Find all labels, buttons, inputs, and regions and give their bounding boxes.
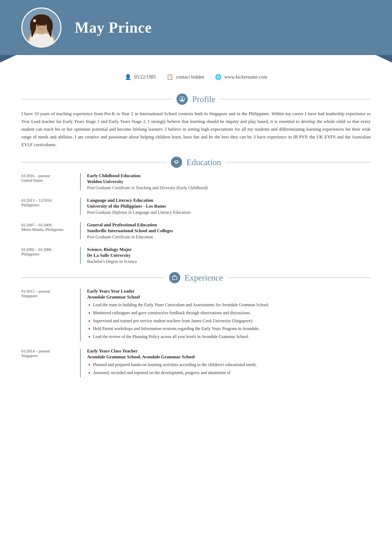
- exp-body-2: Early Years Class Teacher Avondale Gramm…: [80, 348, 371, 377]
- edu-entry-4: 01/2002 – 01/2006 Philippines Science, B…: [21, 247, 371, 264]
- exp-loc-1: Singapore: [21, 294, 75, 298]
- exp-title-2: Early Years Class Teacher: [87, 348, 371, 354]
- edu-date-col-3: 01/2007 – 01/2009 Metro Manila, Philippi…: [21, 222, 80, 239]
- edu-desc-1: Post Graduate Certificate in Teaching an…: [87, 185, 371, 190]
- edu-date-4: 01/2002 – 01/2006: [21, 247, 75, 252]
- avatar: [21, 7, 61, 48]
- exp-line-right: [227, 277, 371, 278]
- edu-entry-1: 01/2016 – present United States Early Ch…: [21, 173, 371, 190]
- edu-body-2: Language and Literacy Education Universi…: [80, 198, 371, 215]
- exp-date-1: 01/2015 – present: [21, 289, 75, 294]
- edu-school-2: University of the Philippines - Los Bano…: [87, 204, 371, 209]
- website-value: www.kickresume.com: [224, 74, 267, 80]
- svg-point-8: [44, 24, 46, 26]
- contact-dob: 👤 05/22/1985: [125, 74, 156, 80]
- profile-text: I have 10 years of teaching experience f…: [21, 110, 371, 149]
- exp-title-1: Early Years Year Leader: [87, 289, 371, 294]
- exp-company-1: Avondale Grammar School: [87, 294, 371, 300]
- edu-loc-2: Philippines: [21, 203, 75, 207]
- edu-line-right: [225, 162, 371, 162]
- experience-entries: 01/2015 – present Singapore Early Years …: [21, 289, 371, 377]
- svg-point-12: [182, 98, 183, 99]
- globe-icon: 🌐: [215, 74, 222, 80]
- edu-entry-2: 01/2013 – 12/2016 Philippines Language a…: [21, 198, 371, 215]
- edu-date-col-1: 01/2016 – present United States: [21, 173, 80, 190]
- exp-date-col-1: 01/2015 – present Singapore: [21, 289, 80, 341]
- edu-degree-2: Language and Literacy Education: [87, 198, 371, 203]
- edu-school-3: Southville International School and Coll…: [87, 228, 371, 234]
- education-entries: 01/2016 – present United States Early Ch…: [21, 173, 371, 264]
- edu-loc-3: Metro Manila, Philippines: [21, 227, 75, 232]
- edu-desc-3: Post Graduate Certificate in Education: [87, 235, 371, 239]
- bullet-item: Assessed, recorded and reported on the d…: [93, 369, 371, 376]
- profile-title: Profile: [192, 94, 215, 104]
- edu-body-3: General and Professional Education South…: [80, 222, 371, 239]
- education-title: Education: [186, 157, 221, 167]
- edu-desc-2: Post Graduate Diploma in Language and Li…: [87, 210, 371, 215]
- profile-icon: [177, 94, 188, 105]
- bullet-item: Planned and prepared hands-on learning a…: [93, 361, 371, 368]
- edu-school-4: De La Salle University: [87, 253, 371, 258]
- phone-icon: 📋: [167, 74, 173, 80]
- contact-row: 👤 05/22/1985 📋 contact hidden 🌐 www.kick…: [0, 66, 392, 86]
- bullet-item: Supervised and trained pre-service stude…: [93, 317, 371, 324]
- banner-main: May Prince: [0, 0, 392, 55]
- bullet-item: Lead the review of the Planning Policy a…: [93, 333, 371, 340]
- edu-date-2: 01/2013 – 12/2016: [21, 198, 75, 203]
- exp-line-left: [21, 277, 165, 278]
- exp-bullets-1: Lead the team in building the Early Year…: [87, 301, 371, 340]
- edu-line-left: [21, 162, 167, 162]
- header-banner: May Prince: [0, 0, 392, 55]
- exp-date-col-2: 01/2014 – present Singapore: [21, 348, 80, 377]
- exp-bullets-2: Planned and prepared hands-on learning a…: [87, 361, 371, 376]
- edu-loc-1: United States: [21, 178, 75, 183]
- section-line-left: [21, 99, 172, 99]
- experience-icon: [169, 272, 180, 283]
- exp-entry-1: 01/2015 – present Singapore Early Years …: [21, 289, 371, 341]
- bullet-item: Monitored colleagues and gave constructi…: [93, 309, 371, 316]
- edu-date-col-2: 01/2013 – 12/2016 Philippines: [21, 198, 80, 215]
- header-name-container: May Prince: [75, 19, 152, 36]
- profile-section-header: Profile: [21, 94, 371, 105]
- contact-phone: 📋 contact hidden: [167, 74, 204, 80]
- svg-point-10: [34, 20, 36, 22]
- edu-entry-3: 01/2007 – 01/2009 Metro Manila, Philippi…: [21, 222, 371, 239]
- edu-body-1: Early Childhood Education Walden Univers…: [80, 173, 371, 190]
- exp-body-1: Early Years Year Leader Avondale Grammar…: [80, 289, 371, 341]
- edu-desc-4: Bachelor's Degree in Science: [87, 259, 371, 264]
- edu-school-1: Walden University: [87, 179, 371, 184]
- dob-value: 05/22/1985: [134, 74, 156, 80]
- edu-body-4: Science, Biology Major De La Salle Unive…: [80, 247, 371, 264]
- exp-date-2: 01/2014 – present: [21, 349, 75, 354]
- education-icon: [171, 157, 182, 168]
- edu-date-3: 01/2007 – 01/2009: [21, 223, 75, 227]
- svg-point-7: [37, 24, 39, 26]
- edu-degree-4: Science, Biology Major: [87, 247, 371, 252]
- full-name: May Prince: [75, 19, 152, 36]
- experience-section-header: Experience: [21, 272, 371, 283]
- experience-title: Experience: [185, 273, 223, 283]
- section-line-right: [220, 99, 371, 99]
- bullet-item: Held Parent workshops and Information se…: [93, 325, 371, 332]
- contact-hidden-label: contact hidden: [176, 74, 204, 80]
- contact-website: 🌐 www.kickresume.com: [215, 74, 267, 80]
- exp-loc-2: Singapore: [21, 354, 75, 358]
- person-icon: 👤: [125, 74, 131, 80]
- edu-degree-3: General and Professional Education: [87, 222, 371, 228]
- edu-loc-4: Philippines: [21, 252, 75, 257]
- exp-entry-2: 01/2014 – present Singapore Early Years …: [21, 348, 371, 377]
- edu-date-col-4: 01/2002 – 01/2006 Philippines: [21, 247, 80, 264]
- edu-date-1: 01/2016 – present: [21, 174, 75, 178]
- bullet-item: Lead the team in building the Early Year…: [93, 301, 371, 308]
- edu-degree-1: Early Childhood Education: [87, 173, 371, 178]
- exp-company-2: Avondale Grammar School. Avondale Gramma…: [87, 354, 371, 360]
- education-section-header: Education: [21, 157, 371, 168]
